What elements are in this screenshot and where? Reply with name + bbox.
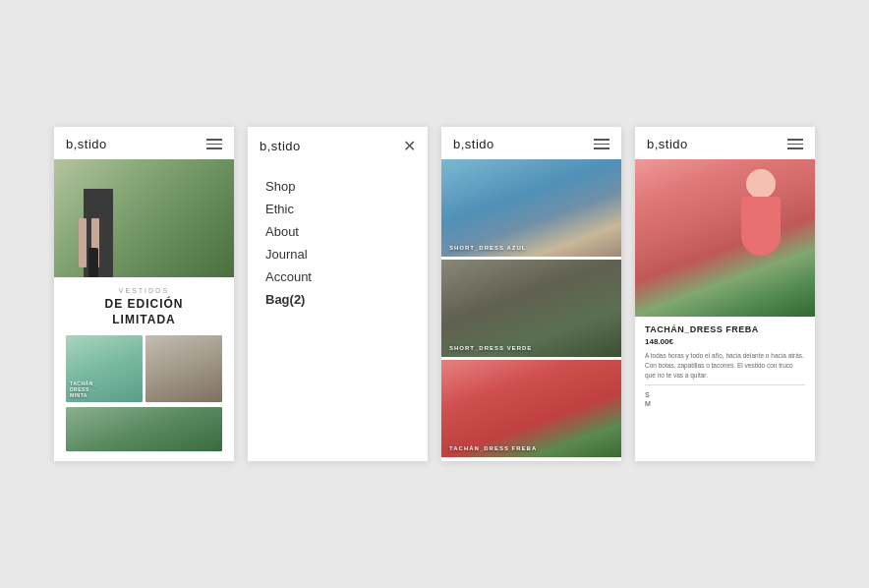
grid-item-1[interactable]: TACHÁN_DRESSMINTA xyxy=(66,335,143,402)
screen-product-detail: b,stido TACHÁN_DRESS FREBA 148.00€ A tod… xyxy=(635,127,815,461)
hero-image-screen1 xyxy=(54,159,234,277)
product-grid-screen1: TACHÁN_DRESSMINTA xyxy=(54,335,234,461)
product-image-3 xyxy=(441,360,621,457)
hamburger-icon-screen3[interactable] xyxy=(594,139,609,149)
menu-item-about[interactable]: About xyxy=(265,220,410,243)
grid-label-1: TACHÁN_DRESSMINTA xyxy=(70,381,96,398)
product-detail-price: 148.00€ xyxy=(645,337,805,346)
size-options: S M xyxy=(645,391,805,407)
menu-item-ethic[interactable]: Ethic xyxy=(265,198,410,220)
size-s[interactable]: S xyxy=(645,391,805,398)
hamburger-icon-screen1[interactable] xyxy=(206,139,222,149)
product-list-screen3: SHORT_DRESS AZUL SHORT_DRESS VERDE TACHÁ… xyxy=(441,159,621,461)
logo-screen1: b,stido xyxy=(66,137,107,151)
product-detail-desc: A todas horas y todo el año, hacia delan… xyxy=(645,351,805,385)
product-card-1[interactable]: SHORT_DRESS AZUL xyxy=(441,159,621,257)
product-detail-name: TACHÁN_DRESS FREBA xyxy=(645,324,805,334)
product-card-2[interactable]: SHORT_DRESS VERDE xyxy=(441,260,621,357)
size-m[interactable]: M xyxy=(645,400,805,407)
hero-text-screen1: VESTIDOS DE EDICIÓNLIMITADA xyxy=(54,277,234,335)
product-label-3: TACHÁN_DRESS FREBA xyxy=(449,445,537,451)
grid-item-3[interactable] xyxy=(66,407,222,451)
screen-product-list: b,stido SHORT_DRESS AZUL SHORT_DRESS VER… xyxy=(441,127,621,461)
product-image-1 xyxy=(441,159,621,257)
grid-item-2[interactable] xyxy=(145,335,222,402)
hero-subtitle: VESTIDOS xyxy=(66,287,222,294)
product-image-2 xyxy=(441,260,621,357)
close-icon-screen2[interactable]: ✕ xyxy=(403,137,416,155)
screen-main: b,stido VESTIDOS DE EDICIÓNLIMITADA TACH… xyxy=(54,127,234,461)
header-screen1: b,stido xyxy=(54,127,234,159)
logo-screen4: b,stido xyxy=(647,137,688,151)
product-detail-info: TACHÁN_DRESS FREBA 148.00€ A todas horas… xyxy=(635,317,815,415)
menu-item-bag[interactable]: Bag(2) xyxy=(265,288,410,311)
legs-decoration xyxy=(74,189,133,267)
logo-screen2: b,stido xyxy=(260,139,301,153)
product-detail-image xyxy=(635,159,815,317)
header-screen2: b,stido ✕ xyxy=(248,127,428,163)
menu-item-journal[interactable]: Journal xyxy=(265,243,410,265)
product-label-1: SHORT_DRESS AZUL xyxy=(449,245,526,251)
screens-container: b,stido VESTIDOS DE EDICIÓNLIMITADA TACH… xyxy=(54,127,815,461)
hamburger-icon-screen4[interactable] xyxy=(787,139,803,149)
main-nav: Shop Ethic About Journal Account Bag(2) xyxy=(248,163,428,461)
menu-item-shop[interactable]: Shop xyxy=(265,175,410,198)
product-label-2: SHORT_DRESS VERDE xyxy=(449,345,532,351)
product-card-3[interactable]: TACHÁN_DRESS FREBA xyxy=(441,360,621,457)
screen-menu: b,stido ✕ Shop Ethic About Journal Accou… xyxy=(248,127,428,461)
header-screen4: b,stido xyxy=(635,127,815,159)
model-decoration xyxy=(736,159,795,317)
hero-title: DE EDICIÓNLIMITADA xyxy=(66,297,222,327)
menu-item-account[interactable]: Account xyxy=(265,265,410,288)
header-screen3: b,stido xyxy=(441,127,621,159)
logo-screen3: b,stido xyxy=(453,137,494,151)
